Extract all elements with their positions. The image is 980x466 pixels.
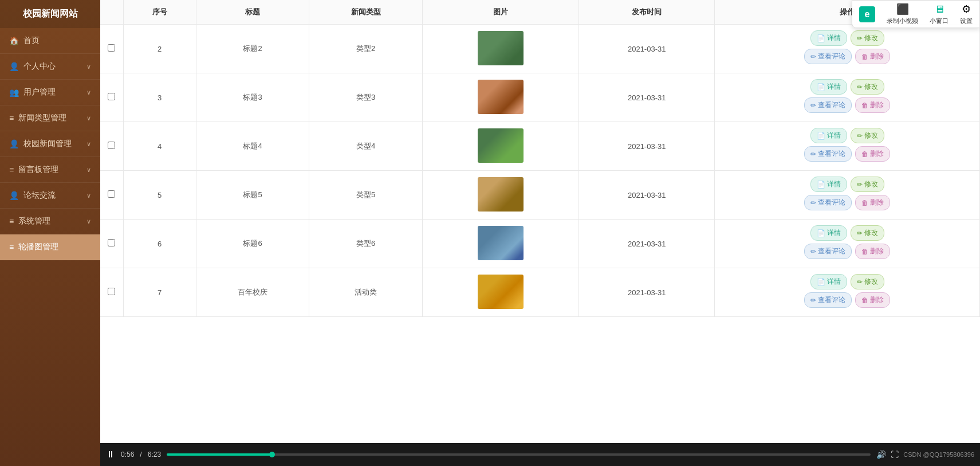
row-image	[478, 177, 524, 212]
row-image	[478, 80, 524, 114]
sidebar-item-user-mgmt[interactable]: 👥 用户管理 ∨	[0, 80, 100, 105]
comment-button[interactable]: ✏ 查看评论	[804, 292, 852, 308]
detail-button[interactable]: 📄 详情	[810, 128, 847, 143]
row-id: 6	[123, 220, 196, 268]
row-image-cell	[422, 171, 578, 220]
video-progress-bar[interactable]	[167, 453, 871, 456]
action-row-1: 📄 详情 ✏ 修改	[721, 225, 974, 241]
sidebar-item-news-type[interactable]: ≡ 新闻类型管理 ∨	[0, 105, 100, 131]
edit-icon: ✏	[857, 34, 863, 42]
carousel-icon: ≡	[9, 242, 14, 252]
sidebar-item-carousel[interactable]: ≡ 轮播图管理	[0, 234, 100, 260]
video-current-time: 0:56	[121, 451, 134, 459]
edit-button[interactable]: ✏ 修改	[851, 79, 884, 95]
edit-button[interactable]: ✏ 修改	[851, 128, 884, 143]
detail-icon: 📄	[817, 181, 825, 189]
row-action-cell: 📄 详情 ✏ 修改 ✏ 查看评论 🗑 删除	[715, 122, 980, 171]
comment-button[interactable]: ✏ 查看评论	[804, 49, 852, 64]
users-icon: 👥	[9, 88, 19, 97]
comment-icon: ✏	[810, 296, 816, 304]
sidebar-label-carousel: 轮播图管理	[18, 242, 58, 252]
delete-icon: 🗑	[861, 53, 868, 61]
delete-button[interactable]: 🗑 删除	[855, 97, 890, 113]
row-checkbox[interactable]	[108, 142, 115, 149]
video-controls-right: 🔊 ⛶ CSDN @QQ1795806396	[876, 450, 974, 459]
detail-button[interactable]: 📄 详情	[810, 225, 847, 241]
chevron-down-icon: ∨	[86, 63, 91, 71]
watermark-text: CSDN @QQ1795806396	[903, 451, 974, 458]
delete-button[interactable]: 🗑 删除	[855, 146, 890, 162]
delete-button[interactable]: 🗑 删除	[855, 244, 890, 259]
row-id: 2	[123, 25, 196, 73]
detail-button[interactable]: 📄 详情	[810, 177, 847, 192]
row-image	[478, 275, 524, 309]
comment-button[interactable]: ✏ 查看评论	[804, 97, 852, 113]
row-action-cell: 📄 详情 ✏ 修改 ✏ 查看评论 🗑 删除	[715, 25, 980, 73]
sidebar: 校园新闻网站 🏠 首页 👤 个人中心 ∨ 👥 用户管理 ∨ ≡ 新闻类型	[0, 0, 100, 466]
pause-button[interactable]: ⏸	[106, 449, 115, 460]
sidebar-item-comment[interactable]: ≡ 留言板管理 ∨	[0, 157, 100, 183]
video-progress-dot	[269, 452, 275, 457]
detail-button[interactable]: 📄 详情	[810, 274, 847, 289]
row-title: 标题6	[196, 220, 309, 268]
row-title: 百年校庆	[196, 268, 309, 317]
edit-button[interactable]: ✏ 修改	[851, 274, 884, 289]
edit-button[interactable]: ✏ 修改	[851, 177, 884, 192]
row-checkbox[interactable]	[108, 190, 115, 198]
sidebar-label-home: 首页	[23, 36, 40, 46]
delete-button[interactable]: 🗑 删除	[855, 195, 890, 210]
record-icon: ⬛	[896, 3, 909, 15]
action-row-1: 📄 详情 ✏ 修改	[721, 177, 974, 192]
row-type: 类型3	[309, 73, 423, 122]
sidebar-item-news-mgmt[interactable]: 👤 校园新闻管理 ∨	[0, 131, 100, 157]
video-player-bar: ⏸ 0:56 / 6:23 🔊 ⛶ CSDN @QQ1795806396	[100, 443, 980, 466]
edit-icon: ✏	[857, 83, 863, 91]
record-video-button[interactable]: ⬛ 录制小视频	[887, 3, 918, 25]
detail-button[interactable]: 📄 详情	[810, 30, 847, 46]
sidebar-item-system[interactable]: ≡ 系统管理 ∨	[0, 209, 100, 234]
row-checkbox[interactable]	[108, 93, 115, 100]
delete-button[interactable]: 🗑 删除	[855, 292, 890, 308]
row-checkbox[interactable]	[108, 288, 115, 295]
comment-button[interactable]: ✏ 查看评论	[804, 146, 852, 162]
sidebar-label-system: 系统管理	[18, 216, 50, 226]
forum-icon: 👤	[9, 191, 19, 200]
small-window-button[interactable]: 🖥 小窗口	[930, 3, 948, 25]
row-title: 标题4	[196, 122, 309, 171]
row-checkbox-cell	[100, 73, 123, 122]
row-image	[478, 226, 524, 260]
edit-button[interactable]: ✏ 修改	[851, 225, 884, 241]
table-row: 4 标题4 类型4 2021-03-31 📄 详情 ✏ 修改	[100, 122, 980, 171]
volume-icon[interactable]: 🔊	[876, 450, 886, 459]
comment-icon: ✏	[810, 199, 816, 207]
delete-icon: 🗑	[861, 101, 868, 109]
edit-icon: ✏	[857, 229, 863, 237]
fullscreen-icon[interactable]: ⛶	[891, 450, 899, 459]
row-checkbox-cell	[100, 25, 123, 73]
main-content: 序号 标题 新闻类型 图片 发布时间 操作 2 标题2 类型2	[100, 0, 980, 466]
delete-button[interactable]: 🗑 删除	[855, 49, 890, 64]
sidebar-item-home[interactable]: 🏠 首页	[0, 28, 100, 54]
settings-button[interactable]: ⚙ 设置	[960, 3, 973, 25]
action-row-1: 📄 详情 ✏ 修改	[721, 128, 974, 143]
action-row-2: ✏ 查看评论 🗑 删除	[721, 292, 974, 308]
action-row-2: ✏ 查看评论 🗑 删除	[721, 49, 974, 64]
row-image	[478, 31, 524, 65]
row-image-cell	[422, 220, 578, 268]
row-title: 标题5	[196, 171, 309, 220]
edit-icon: ✏	[857, 181, 863, 189]
sidebar-item-forum[interactable]: 👤 论坛交流 ∨	[0, 183, 100, 209]
chevron-down-icon-4: ∨	[86, 140, 91, 148]
comment-icon: ≡	[9, 165, 14, 174]
detail-button[interactable]: 📄 详情	[810, 79, 847, 95]
row-checkbox[interactable]	[108, 44, 115, 52]
sidebar-item-profile[interactable]: 👤 个人中心 ∨	[0, 54, 100, 80]
row-type: 类型4	[309, 122, 423, 171]
row-checkbox[interactable]	[108, 239, 115, 246]
delete-icon: 🗑	[861, 199, 868, 207]
comment-button[interactable]: ✏ 查看评论	[804, 244, 852, 259]
detail-icon: 📄	[817, 83, 825, 91]
edit-button[interactable]: ✏ 修改	[851, 30, 884, 46]
comment-icon: ✏	[810, 101, 816, 109]
comment-button[interactable]: ✏ 查看评论	[804, 195, 852, 210]
